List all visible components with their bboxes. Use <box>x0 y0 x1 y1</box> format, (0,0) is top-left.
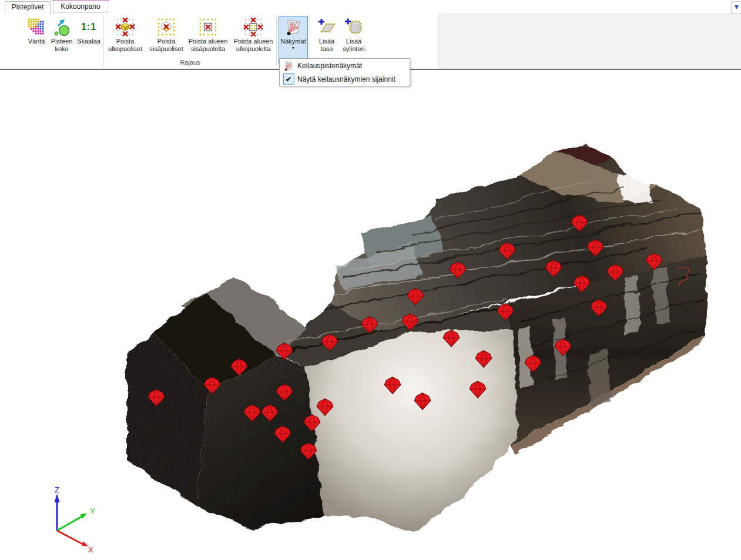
poista-alueen-ulkopuolelta-button[interactable]: Poista alueen ulkopuolelta <box>230 16 276 64</box>
building-point-cloud <box>118 135 712 559</box>
nakymat-label: Näkymät <box>280 38 306 45</box>
poista-alueen-ulkopuolelta-label: Poista alueen ulkopuolelta <box>231 38 276 53</box>
menu-item-label: Näytä keilausnäkymien sijainnit <box>297 75 395 83</box>
pisteen-koko-label: Pisteen koko <box>49 38 75 53</box>
dropdown-arrow-icon: ▼ <box>291 45 296 51</box>
scan-view-icon <box>280 61 297 71</box>
lisaa-taso-label: Lisää taso <box>313 38 340 53</box>
y-axis-arrow <box>80 514 87 519</box>
z-axis-arrow <box>55 494 60 502</box>
nakymat-button[interactable]: Näkymät ▼ <box>279 16 308 64</box>
group-separator <box>438 15 438 66</box>
x-axis-arrow <box>81 541 88 546</box>
poista-sisapuoliset-label: Poista sisäpuoliset <box>147 38 185 53</box>
add-plane-icon <box>317 16 336 38</box>
varita-label: Väritä <box>28 38 45 45</box>
ribbon-filler <box>438 13 741 69</box>
menu-item-nayta-keilausnakymien-sijainnit[interactable]: ✔ Näytä keilausnäkymien sijainnit <box>280 72 410 86</box>
lisaa-taso-button[interactable]: Lisää taso <box>313 16 341 64</box>
checkbox-checked[interactable]: ✔ <box>280 73 297 85</box>
tab-kokoonpano[interactable]: Kokoonpano <box>53 1 108 13</box>
scan-views-icon <box>284 16 302 38</box>
rajaus-group-label: Rajaus <box>104 59 276 66</box>
remove-outside-icon <box>116 16 135 38</box>
axis-triad: Z Y X <box>55 485 95 554</box>
application-window: Z Y X Pistepilvet Kokoonpano <box>0 0 741 560</box>
lisaa-sylinteri-button[interactable]: Lisää sylinteri <box>338 16 369 64</box>
remove-area-inside-icon <box>199 16 217 38</box>
remove-inside-icon <box>157 16 176 38</box>
colorize-points-icon <box>27 16 46 38</box>
x-axis-label: X <box>88 545 93 554</box>
add-cylinder-icon <box>344 16 363 38</box>
poista-alueen-sisapuolelta-button[interactable]: Poista alueen sisäpuolelta <box>185 16 231 64</box>
menu-item-keilauspistenakymat[interactable]: Keilauspistenäkymät <box>280 59 410 72</box>
group-separator <box>276 15 277 66</box>
point-size-icon <box>52 16 71 38</box>
z-axis-label: Z <box>55 485 59 494</box>
poista-sisapuoliset-button[interactable]: Poista sisäpuoliset <box>147 16 186 64</box>
skaalaa-button[interactable]: 1:1 Skaalaa <box>74 16 103 64</box>
nakymat-dropdown-menu: Keilauspistenäkymät ✔ Näytä keilausnäkym… <box>279 58 410 86</box>
pin-icon <box>735 5 739 9</box>
ribbon-tab-bar: Pistepilvet Kokoonpano <box>0 0 741 13</box>
menu-item-label: Keilauspistenäkymät <box>297 62 362 70</box>
scale-1-1-icon: 1:1 <box>81 16 96 38</box>
tab-pistepilvet[interactable]: Pistepilvet <box>5 1 51 14</box>
poista-ulkopuoliset-button[interactable]: Poista ulkopuoliset <box>106 16 145 64</box>
pisteen-koko-button[interactable]: Pisteen koko <box>48 16 75 64</box>
checkmark-icon: ✔ <box>283 73 294 85</box>
remove-area-outside-icon <box>244 16 263 38</box>
skaalaa-label: Skaalaa <box>77 38 100 45</box>
lisaa-sylinteri-label: Lisää sylinteri <box>339 38 368 53</box>
poista-ulkopuoliset-label: Poista ulkopuoliset <box>106 38 144 53</box>
ribbon-corner-button[interactable] <box>731 1 741 14</box>
poista-alueen-sisapuolelta-label: Poista alueen sisäpuolelta <box>186 38 230 53</box>
varita-button[interactable]: Väritä <box>22 16 51 64</box>
y-axis-label: Y <box>90 507 95 515</box>
